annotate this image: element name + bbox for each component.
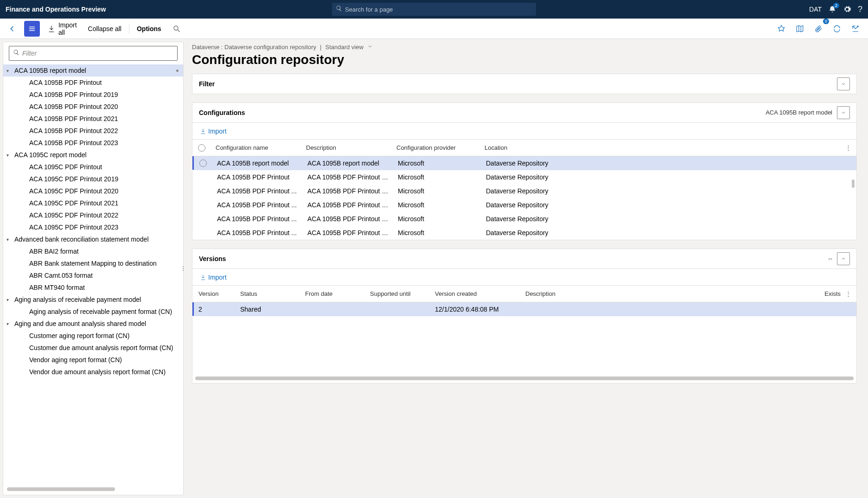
tree-child[interactable]: ABR Camt.053 format bbox=[3, 269, 183, 281]
cell-description: ACA 1095B PDF Printout f... bbox=[303, 187, 393, 195]
map-icon[interactable] bbox=[792, 21, 808, 37]
breadcrumb-repo[interactable]: Dataverse : Dataverse configuration repo… bbox=[192, 44, 316, 51]
col-header-fromdate[interactable]: From date bbox=[300, 290, 365, 297]
global-search-input[interactable] bbox=[345, 6, 532, 13]
tree-parent[interactable]: Aging analysis of receivable payment mod… bbox=[3, 294, 183, 306]
search-icon bbox=[336, 5, 342, 13]
col-header-provider[interactable]: Configuration provider bbox=[392, 144, 480, 151]
cell-location: Dataverse Repository bbox=[481, 173, 856, 181]
table-row[interactable]: ACA 1095B PDF Printout ...ACA 1095B PDF … bbox=[192, 198, 856, 212]
personalize-icon[interactable] bbox=[773, 21, 789, 37]
refresh-icon[interactable] bbox=[829, 21, 845, 37]
horizontal-scrollbar[interactable] bbox=[195, 377, 854, 380]
attachments-icon[interactable]: 0 bbox=[811, 21, 826, 37]
col-header-created[interactable]: Version created bbox=[430, 290, 521, 297]
cell-location: Dataverse Repository bbox=[481, 201, 856, 209]
cell-name: ACA 1095B PDF Printout ... bbox=[212, 215, 303, 223]
tree-child[interactable]: ACA 1095C PDF Printout 2022 bbox=[3, 209, 183, 221]
back-button[interactable] bbox=[5, 21, 20, 37]
cell-provider: Microsoft bbox=[393, 173, 481, 181]
cell-provider: Microsoft bbox=[393, 229, 481, 236]
collapse-versions-button[interactable] bbox=[837, 252, 850, 265]
filter-input-wrap[interactable] bbox=[9, 46, 178, 61]
cell-provider: Microsoft bbox=[393, 187, 481, 195]
cell-provider: Microsoft bbox=[393, 160, 481, 167]
import-all-button[interactable]: Import all bbox=[44, 21, 81, 37]
import-version-button[interactable]: Import bbox=[197, 270, 230, 284]
divider bbox=[129, 24, 129, 34]
tree-child[interactable]: Aging analysis of receivable payment for… bbox=[3, 306, 183, 318]
tree-child[interactable]: ACA 1095C PDF Printout 2019 bbox=[3, 173, 183, 185]
table-row[interactable]: 2Shared12/1/2020 6:48:08 PM bbox=[192, 302, 856, 316]
tree-child[interactable]: ACA 1095C PDF Printout bbox=[3, 161, 183, 173]
breadcrumb-view-label[interactable]: Standard view bbox=[325, 44, 363, 51]
table-row[interactable]: ACA 1095B PDF Printout ...ACA 1095B PDF … bbox=[192, 226, 856, 240]
grid-header: Version Status From date Supported until… bbox=[192, 286, 856, 302]
configuration-tree[interactable]: ACA 1095B report modelACA 1095B PDF Prin… bbox=[3, 64, 183, 487]
col-header-status[interactable]: Status bbox=[236, 290, 300, 297]
page-title: Configuration repository bbox=[192, 52, 857, 67]
table-row[interactable]: ACA 1095B report modelACA 1095B report m… bbox=[192, 156, 856, 170]
tree-child[interactable]: ACA 1095B PDF Printout 2020 bbox=[3, 101, 183, 113]
collapse-configurations-button[interactable] bbox=[837, 106, 850, 119]
col-header-supuntil[interactable]: Supported until bbox=[365, 290, 430, 297]
tree-child[interactable]: ACA 1095B PDF Printout 2019 bbox=[3, 89, 183, 101]
col-header-name[interactable]: Configuration name bbox=[211, 144, 301, 151]
grid-menu-icon[interactable]: ⋮ bbox=[845, 144, 856, 151]
horizontal-scrollbar[interactable] bbox=[7, 487, 115, 491]
gear-icon[interactable] bbox=[843, 5, 851, 13]
tree-child[interactable]: ACA 1095C PDF Printout 2023 bbox=[3, 221, 183, 233]
reminders-icon[interactable]: 2 bbox=[828, 5, 836, 13]
tree-parent[interactable]: Advanced bank reconciliation statement m… bbox=[3, 233, 183, 245]
options-label: Options bbox=[137, 25, 161, 32]
col-header-description[interactable]: Description bbox=[301, 144, 392, 151]
tree-child[interactable]: Vendor due amount analysis report format… bbox=[3, 366, 183, 378]
row-select[interactable] bbox=[194, 160, 212, 167]
tree-child[interactable]: ACA 1095B PDF Printout 2022 bbox=[3, 125, 183, 137]
col-header-location[interactable]: Location bbox=[480, 144, 845, 151]
grid-menu-icon[interactable]: ⋮ bbox=[845, 290, 856, 297]
tree-child[interactable]: Customer due amount analysis report form… bbox=[3, 342, 183, 354]
search-icon[interactable] bbox=[169, 21, 185, 37]
collapse-all-button[interactable]: Collapse all bbox=[84, 21, 125, 37]
content-area: ACA 1095B report modelACA 1095B PDF Prin… bbox=[0, 39, 868, 498]
tree-child[interactable]: Vendor aging report format (CN) bbox=[3, 354, 183, 366]
help-icon[interactable]: ? bbox=[858, 5, 862, 14]
cell-location: Dataverse Repository bbox=[481, 160, 856, 167]
app-title: Finance and Operations Preview bbox=[6, 6, 106, 13]
import-configuration-button[interactable]: Import bbox=[197, 124, 230, 138]
tree-child[interactable]: ABR Bank statement Mapping to destinatio… bbox=[3, 257, 183, 269]
table-row[interactable]: ACA 1095B PDF Printout ...ACA 1095B PDF … bbox=[192, 212, 856, 226]
col-header-version[interactable]: Version bbox=[194, 290, 236, 297]
open-new-window-icon[interactable] bbox=[848, 21, 863, 37]
legal-entity-label[interactable]: DAT bbox=[809, 6, 822, 13]
global-search[interactable] bbox=[332, 3, 536, 16]
tree-parent[interactable]: ACA 1095B report model bbox=[3, 64, 183, 77]
select-all-toggle[interactable] bbox=[192, 144, 211, 152]
tree-parent[interactable]: Aging and due amount analysis shared mod… bbox=[3, 318, 183, 330]
filter-input[interactable] bbox=[22, 50, 173, 57]
col-header-exists[interactable]: Exists bbox=[804, 290, 845, 297]
tree-child[interactable]: ABR MT940 format bbox=[3, 281, 183, 294]
tree-child[interactable]: ACA 1095B PDF Printout 2021 bbox=[3, 113, 183, 125]
options-button[interactable]: Options bbox=[133, 21, 165, 37]
tree-child[interactable]: ACA 1095B PDF Printout bbox=[3, 77, 183, 89]
table-row[interactable]: ACA 1095B PDF Printout ...ACA 1095B PDF … bbox=[192, 184, 856, 198]
tree-child[interactable]: ABR BAI2 format bbox=[3, 245, 183, 257]
cell-version: 2 bbox=[194, 306, 236, 313]
tree-child[interactable]: ACA 1095C PDF Printout 2021 bbox=[3, 197, 183, 209]
filter-icon bbox=[13, 49, 19, 57]
chevron-down-icon[interactable] bbox=[367, 44, 373, 51]
cell-description: ACA 1095B PDF Printout f... bbox=[303, 201, 393, 209]
cell-location: Dataverse Repository bbox=[481, 187, 856, 195]
expand-filter-button[interactable] bbox=[837, 77, 850, 90]
filter-section-title: Filter bbox=[199, 80, 215, 88]
toggle-sidebar-button[interactable] bbox=[24, 21, 40, 37]
vertical-scrollbar[interactable] bbox=[852, 179, 855, 188]
tree-child[interactable]: ACA 1095B PDF Printout 2023 bbox=[3, 137, 183, 149]
tree-parent[interactable]: ACA 1095C report model bbox=[3, 149, 183, 161]
table-row[interactable]: ACA 1095B PDF PrintoutACA 1095B PDF Prin… bbox=[192, 170, 856, 184]
tree-child[interactable]: ACA 1095C PDF Printout 2020 bbox=[3, 185, 183, 197]
tree-child[interactable]: Customer aging report format (CN) bbox=[3, 330, 183, 342]
col-header-desc[interactable]: Description bbox=[521, 290, 804, 297]
